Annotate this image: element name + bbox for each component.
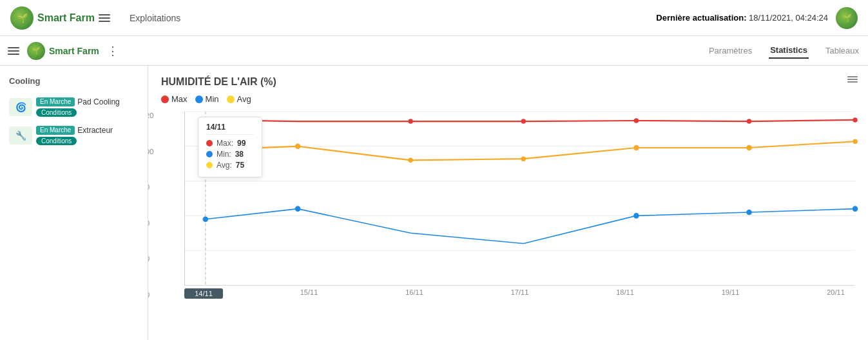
legend-max: Max <box>161 94 188 104</box>
chart-menu-icon[interactable] <box>847 76 858 83</box>
tooltip-label-avg: Avg: <box>217 161 232 170</box>
logo-text: Smart Farm <box>37 12 95 24</box>
svg-point-8 <box>408 119 412 124</box>
tab-parametres[interactable]: Paramètres <box>708 43 753 58</box>
tab-statistics[interactable]: Statistics <box>769 43 809 59</box>
pad-cooling-btn-row: Conditions <box>36 108 120 117</box>
legend-max-dot <box>161 95 169 103</box>
three-dots-icon[interactable]: ⋮ <box>107 44 119 58</box>
x-label-1611: 16/11 <box>395 288 434 299</box>
top-nav-left: 🌱 Smart Farm Exploitations <box>10 6 180 30</box>
extracteur-conditions-btn[interactable]: Conditions <box>36 137 77 145</box>
last-update-label: Dernière actualisation: <box>656 13 746 23</box>
tooltip-date: 14/11 <box>206 123 254 135</box>
svg-point-23 <box>746 210 751 215</box>
pad-cooling-conditions-btn[interactable]: Conditions <box>36 108 77 117</box>
y-label-20: 20 <box>148 291 153 299</box>
x-label-2011: 20/11 <box>816 288 855 299</box>
y-label-120: 120 <box>148 112 153 119</box>
tab-tableaux[interactable]: Tableaux <box>824 43 860 58</box>
svg-point-18 <box>746 145 751 151</box>
svg-point-17 <box>633 145 639 151</box>
tooltip-label-min: Min: <box>217 150 231 159</box>
legend-min-dot <box>195 95 203 103</box>
svg-point-11 <box>747 119 751 124</box>
svg-point-9 <box>521 119 526 124</box>
second-bar-left: 🌱 Smart Farm ⋮ <box>8 42 119 60</box>
svg-point-20 <box>203 216 208 222</box>
tooltip-label-max: Max: <box>217 139 233 148</box>
extracteur-btn-row: Conditions <box>36 137 113 145</box>
svg-point-12 <box>853 117 857 123</box>
tooltip-value-avg: 75 <box>236 161 244 170</box>
legend-avg: Avg <box>227 94 251 104</box>
svg-point-22 <box>633 213 639 219</box>
second-logo-icon: 🌱 <box>27 42 45 60</box>
pad-cooling-info: En Marche Pad Cooling Conditions <box>36 97 120 117</box>
tooltip-row-avg: Avg: 75 <box>206 161 254 170</box>
x-label-1911: 19/11 <box>711 288 750 299</box>
second-bar: 🌱 Smart Farm ⋮ Paramètres Statistics Tab… <box>0 36 868 66</box>
last-update-value: 18/11/2021, 04:24:24 <box>749 13 828 23</box>
top-nav-right: Dernière actualisation: 18/11/2021, 04:2… <box>656 7 858 29</box>
extracteur-status: En Marche <box>36 126 75 135</box>
chart-container: 14/11 Max: 99 Min: 38 Avg: 75 <box>184 112 855 286</box>
x-axis: 14/11 15/11 16/11 17/11 18/11 19/11 20/1… <box>184 288 855 299</box>
legend-max-label: Max <box>171 94 188 104</box>
pad-cooling-name: Pad Cooling <box>77 97 119 106</box>
device-extracteur: 🔧 En Marche Extracteur Conditions <box>6 123 141 148</box>
main-layout: Cooling 🌀 En Marche Pad Cooling Conditio… <box>0 66 868 340</box>
svg-point-15 <box>408 158 412 163</box>
pad-cooling-icon: 🌀 <box>9 98 32 116</box>
chart-wrapper: 120 100 80 60 40 20 14/11 Max: 99 <box>161 112 855 299</box>
sidebar: Cooling 🌀 En Marche Pad Cooling Conditio… <box>0 66 148 340</box>
tooltip-row-max: Max: 99 <box>206 139 254 148</box>
pad-cooling-badge-row: En Marche Pad Cooling <box>36 97 120 106</box>
device-pad-cooling: 🌀 En Marche Pad Cooling Conditions <box>6 95 141 119</box>
y-label-40: 40 <box>148 255 153 263</box>
tooltip-dot-avg <box>206 162 213 168</box>
nav-tabs: Paramètres Statistics Tableaux <box>708 43 860 59</box>
svg-point-24 <box>853 206 858 212</box>
tooltip-value-max: 99 <box>237 139 246 148</box>
hamburger-icon[interactable] <box>99 14 110 22</box>
x-label-1711: 17/11 <box>501 288 539 299</box>
x-label-1411: 14/11 <box>184 288 223 299</box>
breadcrumb: Exploitations <box>130 13 180 23</box>
tooltip-value-min: 38 <box>235 150 244 159</box>
tooltip-dot-max <box>206 140 213 146</box>
y-label-80: 80 <box>148 183 153 191</box>
chart-tooltip: 14/11 Max: 99 Min: 38 Avg: 75 <box>198 117 262 177</box>
svg-point-10 <box>634 118 639 123</box>
second-hamburger-icon[interactable] <box>8 47 19 55</box>
top-navbar: 🌱 Smart Farm Exploitations Dernière actu… <box>0 0 868 36</box>
x-label-1511: 15/11 <box>290 288 329 299</box>
second-logo-text: Smart Farm <box>49 46 99 56</box>
chart-svg <box>185 112 855 285</box>
chart-area: HUMIDITÉ DE L'AIR (%) Max Min Avg 120 10… <box>148 66 868 340</box>
last-update: Dernière actualisation: 18/11/2021, 04:2… <box>656 13 828 23</box>
y-label-100: 100 <box>148 148 153 155</box>
x-label-1811: 18/11 <box>606 288 644 299</box>
svg-point-19 <box>853 139 857 145</box>
extracteur-name: Extracteur <box>77 126 113 135</box>
legend-min: Min <box>195 94 219 104</box>
chart-legend: Max Min Avg <box>161 94 855 104</box>
extracteur-info: En Marche Extracteur Conditions <box>36 126 113 145</box>
y-label-60: 60 <box>148 219 153 227</box>
svg-point-21 <box>295 206 300 212</box>
y-axis: 120 100 80 60 40 20 <box>148 112 153 299</box>
user-avatar[interactable]: 🌱 <box>836 7 858 29</box>
extracteur-badge-row: En Marche Extracteur <box>36 126 113 135</box>
legend-avg-label: Avg <box>237 94 251 104</box>
tooltip-row-min: Min: 38 <box>206 150 254 159</box>
tooltip-dot-min <box>206 151 213 157</box>
legend-min-label: Min <box>206 94 219 104</box>
top-logo: 🌱 Smart Farm <box>10 6 110 30</box>
chart-title: HUMIDITÉ DE L'AIR (%) <box>161 76 855 88</box>
legend-avg-dot <box>227 95 235 103</box>
sidebar-section-title: Cooling <box>6 72 141 90</box>
svg-point-16 <box>521 156 526 161</box>
second-logo: 🌱 Smart Farm <box>27 42 99 60</box>
extracteur-icon: 🔧 <box>9 126 32 145</box>
